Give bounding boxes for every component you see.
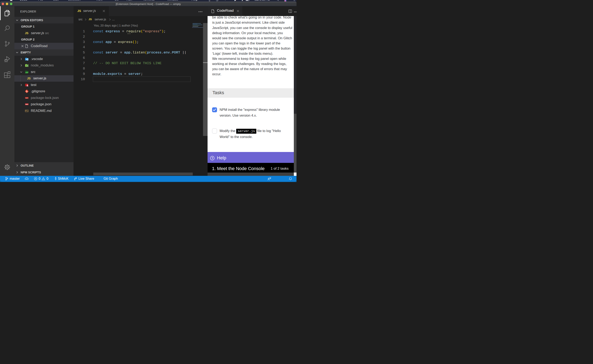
svg-text:JS: JS [27,65,28,66]
svg-text:?: ? [211,156,213,160]
svg-text:npm: npm [25,104,28,105]
svg-text:npm: npm [25,97,28,98]
svg-text:</>: </> [26,72,28,73]
